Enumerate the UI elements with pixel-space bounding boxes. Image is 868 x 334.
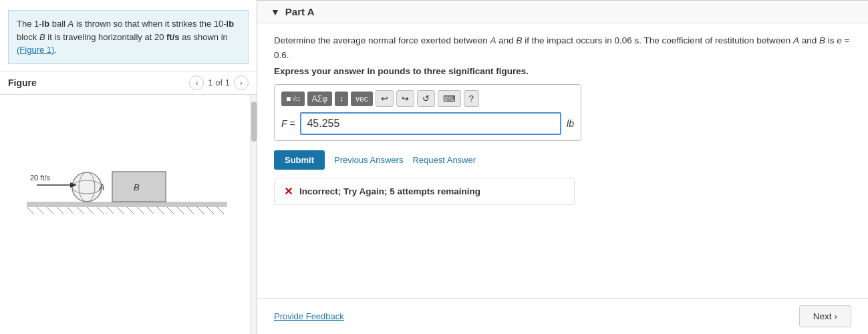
svg-line-11 (127, 207, 134, 214)
action-row: Submit Previous Answers Request Answer (274, 150, 851, 170)
svg-line-13 (147, 207, 154, 214)
figure-drawing: A 20 ft/s B (0, 95, 257, 335)
error-box: ✕ Incorrect; Try Again; 5 attempts remai… (274, 178, 575, 205)
svg-line-15 (167, 207, 174, 214)
svg-rect-0 (27, 202, 227, 207)
part-header: ▼ Part A (257, 1, 868, 23)
page-indicator: 1 of 1 (208, 77, 230, 88)
svg-line-9 (107, 207, 114, 214)
figure-title: Figure (8, 77, 37, 88)
svg-line-20 (217, 207, 224, 214)
svg-text:B: B (134, 182, 140, 192)
math-btn-help[interactable]: ? (464, 90, 479, 107)
left-panel: The 1-lb ball A is thrown so that when i… (0, 0, 257, 334)
express-text: Express your answer in pounds to three s… (274, 66, 851, 76)
provide-feedback-button[interactable]: Provide Feedback (274, 311, 344, 321)
error-icon: ✕ (284, 185, 293, 198)
svg-line-19 (207, 207, 214, 214)
svg-line-10 (117, 207, 124, 214)
scroll-track[interactable] (250, 95, 257, 335)
math-btn-keyboard[interactable]: ⌨ (438, 90, 461, 107)
math-btn-greek[interactable]: ΑΣφ (307, 92, 332, 106)
math-btn-arrows[interactable]: ↕ (335, 92, 348, 106)
svg-line-17 (187, 207, 194, 214)
figure-link[interactable]: (Figure 1) (17, 45, 54, 55)
svg-text:A: A (98, 182, 105, 192)
svg-line-18 (197, 207, 204, 214)
svg-line-1 (27, 207, 33, 214)
math-input-field[interactable] (300, 112, 561, 135)
svg-line-7 (87, 207, 94, 214)
svg-line-14 (157, 207, 164, 214)
request-answer-link[interactable]: Request Answer (412, 155, 476, 165)
math-unit: lb (567, 118, 574, 129)
svg-point-21 (72, 172, 102, 202)
part-title: Part A (285, 6, 315, 17)
svg-line-2 (37, 207, 43, 214)
bottom-bar: Provide Feedback Next › (257, 298, 868, 334)
figure-next-button[interactable]: › (234, 75, 249, 90)
figure-header: Figure ‹ 1 of 1 › (0, 71, 257, 95)
math-btn-vec[interactable]: vec (351, 92, 373, 106)
figure-nav: ‹ 1 of 1 › (189, 75, 249, 90)
right-panel: ▼ Part A Determine the average normal fo… (257, 0, 868, 334)
svg-line-4 (57, 207, 63, 214)
next-arrow-icon: › (835, 311, 838, 321)
content-area: Determine the average normal force exert… (257, 23, 868, 298)
math-btn-undo[interactable]: ↩ (376, 90, 394, 107)
figure-svg: A 20 ft/s B (13, 108, 241, 228)
math-toolbar: ■√□ ΑΣφ ↕ vec ↩ ↪ ↺ ⌨ ? (281, 90, 574, 107)
figure-prev-button[interactable]: ‹ (189, 75, 204, 90)
collapse-arrow-icon[interactable]: ▼ (271, 7, 280, 17)
next-label: Next (813, 311, 832, 321)
problem-statement: The 1-lb ball A is thrown so that when i… (8, 10, 249, 64)
math-btn-template[interactable]: ■√□ (281, 92, 305, 106)
previous-answers-link[interactable]: Previous Answers (334, 155, 403, 165)
math-input-container: ■√□ ΑΣφ ↕ vec ↩ ↪ ↺ ⌨ ? F = lb (274, 84, 581, 141)
svg-line-6 (77, 207, 84, 214)
svg-line-12 (137, 207, 144, 214)
svg-line-8 (97, 207, 104, 214)
svg-line-5 (67, 207, 74, 214)
math-input-row: F = lb (281, 112, 574, 135)
math-label: F = (281, 118, 295, 129)
figure-area: A 20 ft/s B (0, 95, 257, 335)
submit-button[interactable]: Submit (274, 150, 325, 170)
error-text: Incorrect; Try Again; 5 attempts remaini… (299, 186, 480, 196)
svg-line-3 (47, 207, 53, 214)
scroll-thumb[interactable] (251, 102, 257, 142)
next-button[interactable]: Next › (799, 305, 851, 327)
svg-text:20 ft/s: 20 ft/s (30, 174, 50, 182)
math-btn-reset[interactable]: ↺ (417, 90, 435, 107)
question-text: Determine the average normal force exert… (274, 33, 851, 62)
svg-line-16 (177, 207, 184, 214)
math-btn-redo[interactable]: ↪ (396, 90, 414, 107)
